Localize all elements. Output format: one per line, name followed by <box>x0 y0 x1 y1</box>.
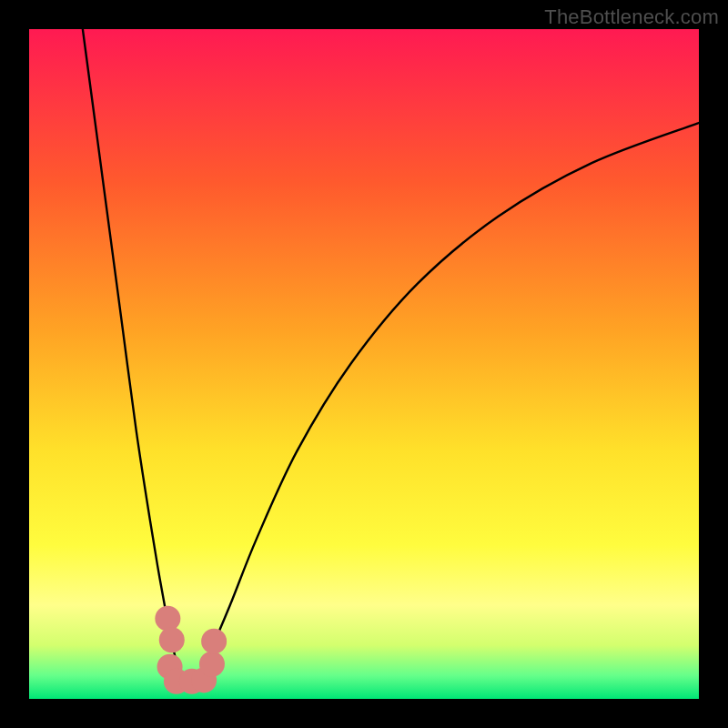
marker-dot <box>199 652 225 677</box>
watermark-text: TheBottleneck.com <box>544 5 719 29</box>
marker-dot <box>159 627 185 652</box>
curve-layer <box>29 29 699 699</box>
chart-frame: TheBottleneck.com <box>0 0 728 728</box>
plot-area <box>29 29 699 699</box>
marker-cluster <box>155 606 227 694</box>
marker-dot <box>201 629 227 654</box>
curve-left <box>83 29 190 685</box>
curve-right <box>190 123 699 685</box>
marker-dot <box>155 606 180 632</box>
